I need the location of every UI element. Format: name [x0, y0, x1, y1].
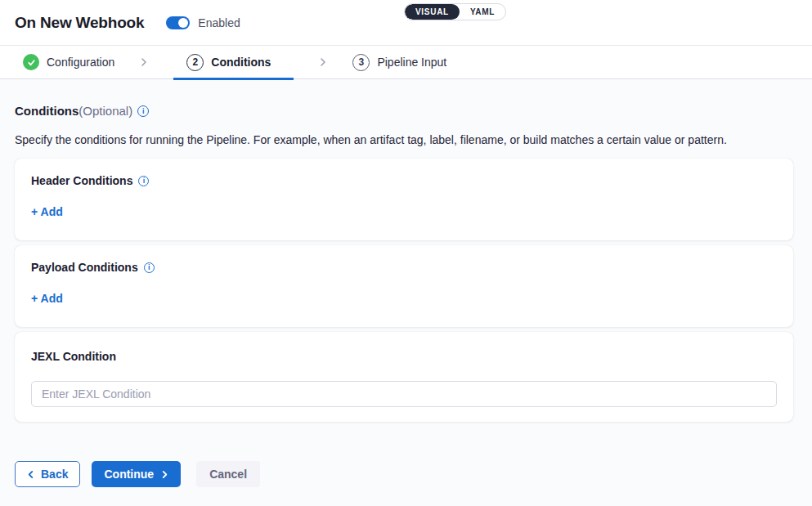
continue-button-label: Continue — [104, 468, 154, 481]
toggle-knob — [178, 18, 188, 28]
add-header-condition-button[interactable]: + Add — [31, 205, 63, 219]
section-description: Specify the conditions for running the P… — [0, 119, 812, 147]
payload-conditions-title-row: Payload Conditions i — [31, 261, 777, 275]
visual-yaml-switch: VISUAL YAML — [404, 3, 506, 20]
webhook-wizard-page: On New Webhook Enabled VISUAL YAML Confi… — [0, 0, 812, 506]
header-conditions-title: Header Conditions — [31, 174, 132, 188]
back-button-label: Back — [41, 468, 68, 481]
step-configuration[interactable]: Configuration — [23, 54, 114, 70]
step-conditions-label: Conditions — [211, 56, 271, 69]
payload-conditions-card: Payload Conditions i + Add — [15, 245, 793, 327]
check-circle-icon — [23, 54, 39, 70]
info-icon[interactable]: i — [138, 176, 149, 186]
add-payload-condition-button[interactable]: + Add — [31, 292, 63, 306]
conditions-panel: Conditions (Optional) i Specify the cond… — [0, 79, 812, 506]
step-conditions[interactable]: 2 Conditions — [173, 46, 294, 79]
yaml-tab[interactable]: YAML — [460, 4, 505, 20]
enabled-toggle-label: Enabled — [198, 16, 240, 29]
chevron-right-icon — [161, 470, 168, 479]
enabled-toggle[interactable] — [166, 16, 190, 29]
condition-cards: Header Conditions i + Add Payload Condit… — [15, 159, 793, 422]
info-icon[interactable]: i — [137, 105, 149, 117]
wizard-footer: Back Continue Cancel — [15, 461, 812, 487]
payload-conditions-title: Payload Conditions — [31, 261, 138, 275]
step-configuration-label: Configuration — [47, 56, 114, 69]
page-header: On New Webhook Enabled VISUAL YAML — [0, 0, 812, 46]
info-icon[interactable]: i — [144, 262, 155, 273]
jexl-condition-title: JEXL Condition — [31, 350, 777, 364]
jexl-condition-card: JEXL Condition — [15, 332, 793, 422]
step-pipeline-input-label: Pipeline Input — [377, 56, 446, 69]
section-heading: Conditions — [15, 104, 79, 119]
step-3-number: 3 — [352, 54, 370, 71]
chevron-left-icon — [27, 470, 34, 479]
step-2-number: 2 — [186, 54, 204, 71]
continue-button[interactable]: Continue — [92, 461, 181, 487]
step-pipeline-input[interactable]: 3 Pipeline Input — [352, 54, 446, 71]
chevron-right-icon — [139, 57, 149, 67]
section-heading-row: Conditions (Optional) i — [0, 79, 812, 119]
cancel-button-label: Cancel — [209, 468, 247, 481]
back-button[interactable]: Back — [15, 461, 80, 487]
visual-tab[interactable]: VISUAL — [405, 4, 460, 20]
header-conditions-card: Header Conditions i + Add — [15, 159, 793, 240]
chevron-right-icon — [318, 57, 328, 67]
page-title: On New Webhook — [15, 14, 144, 32]
cancel-button[interactable]: Cancel — [196, 461, 260, 487]
jexl-condition-input[interactable] — [31, 381, 777, 407]
header-conditions-title-row: Header Conditions i — [31, 174, 777, 188]
wizard-stepper: Configuration 2 Conditions 3 Pipeline In… — [0, 46, 812, 79]
optional-label: (Optional) — [79, 104, 132, 119]
